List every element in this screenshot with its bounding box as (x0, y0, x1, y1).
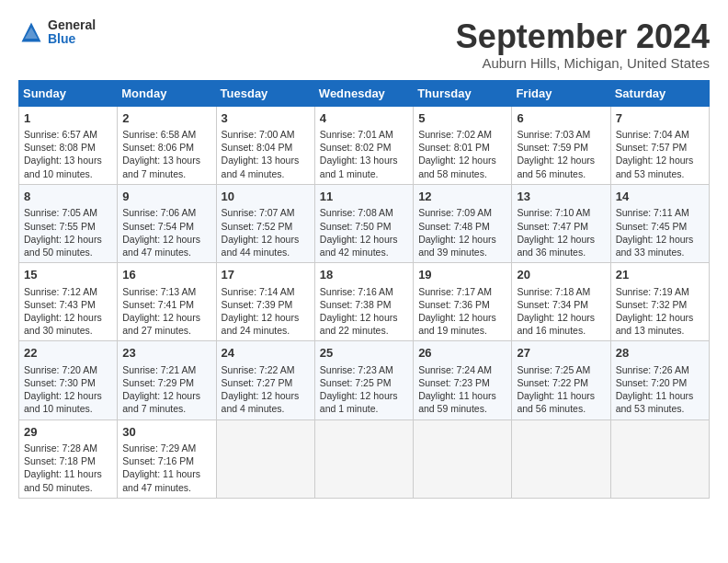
day-info-line: Daylight: 12 hours (320, 389, 408, 402)
calendar-cell: 5Sunrise: 7:02 AMSunset: 8:01 PMDaylight… (414, 106, 512, 184)
calendar-cell: 30Sunrise: 7:29 AMSunset: 7:16 PMDayligh… (118, 419, 216, 498)
day-info-line: and 44 minutes. (222, 246, 310, 259)
day-info-line: Daylight: 12 hours (24, 389, 112, 402)
day-info-line: Daylight: 13 hours (122, 154, 210, 167)
calendar-cell: 24Sunrise: 7:22 AMSunset: 7:27 PMDayligh… (216, 341, 314, 419)
day-info-line: Daylight: 12 hours (122, 233, 210, 246)
day-info-line: Sunrise: 7:21 AM (122, 363, 210, 376)
day-header-saturday: Saturday (610, 80, 709, 106)
day-info-line: Sunset: 7:27 PM (222, 376, 310, 389)
day-number: 6 (517, 110, 605, 127)
calendar-cell (414, 419, 512, 498)
day-number: 2 (122, 110, 210, 127)
calendar-table: SundayMondayTuesdayWednesdayThursdayFrid… (18, 80, 710, 499)
calendar-cell: 8Sunrise: 7:05 AMSunset: 7:55 PMDaylight… (19, 184, 118, 262)
day-info-line: Sunset: 7:36 PM (418, 298, 506, 311)
day-info-line: Sunrise: 7:22 AM (222, 363, 310, 376)
calendar-cell: 20Sunrise: 7:18 AMSunset: 7:34 PMDayligh… (512, 263, 610, 341)
day-number: 16 (122, 267, 210, 283)
day-info-line: Daylight: 12 hours (122, 389, 210, 402)
day-number: 30 (122, 424, 210, 441)
day-number: 4 (320, 110, 408, 127)
day-info-line: Sunrise: 7:00 AM (222, 128, 310, 141)
day-info-line: Sunset: 8:01 PM (418, 141, 506, 154)
calendar-header-row: SundayMondayTuesdayWednesdayThursdayFrid… (19, 80, 710, 106)
day-header-monday: Monday (118, 80, 216, 106)
calendar-cell: 18Sunrise: 7:16 AMSunset: 7:38 PMDayligh… (314, 263, 413, 341)
calendar-cell: 29Sunrise: 7:28 AMSunset: 7:18 PMDayligh… (19, 419, 118, 498)
calendar-cell: 17Sunrise: 7:14 AMSunset: 7:39 PMDayligh… (216, 263, 314, 341)
title-block: September 2024 Auburn Hills, Michigan, U… (456, 18, 710, 71)
day-info-line: Sunrise: 7:07 AM (222, 206, 310, 219)
day-info-line: Sunrise: 6:58 AM (122, 128, 210, 141)
day-number: 11 (320, 189, 408, 205)
day-info-line: Daylight: 12 hours (222, 389, 310, 402)
day-number: 7 (616, 110, 704, 127)
day-info-line: and 7 minutes. (122, 167, 210, 180)
calendar-cell: 14Sunrise: 7:11 AMSunset: 7:45 PMDayligh… (610, 184, 709, 262)
day-info-line: and 13 minutes. (616, 324, 704, 337)
day-info-line: Sunrise: 7:09 AM (418, 206, 506, 219)
day-info-line: Sunrise: 7:16 AM (320, 285, 408, 298)
day-info-line: Daylight: 12 hours (222, 311, 310, 324)
day-number: 1 (24, 110, 112, 127)
day-info-line: Daylight: 12 hours (122, 311, 210, 324)
day-number: 24 (222, 345, 310, 362)
calendar-cell (512, 419, 610, 498)
day-info-line: Sunset: 7:52 PM (222, 220, 310, 233)
day-info-line: Sunset: 7:48 PM (418, 220, 506, 233)
day-info-line: and 47 minutes. (122, 246, 210, 259)
calendar-cell: 15Sunrise: 7:12 AMSunset: 7:43 PMDayligh… (19, 263, 118, 341)
day-info-line: Daylight: 11 hours (616, 389, 704, 402)
calendar-cell: 23Sunrise: 7:21 AMSunset: 7:29 PMDayligh… (118, 341, 216, 419)
day-info-line: and 24 minutes. (222, 324, 310, 337)
page-header: General Blue September 2024 Auburn Hills… (18, 18, 710, 71)
day-info-line: Sunrise: 7:25 AM (517, 363, 605, 376)
day-info-line: Daylight: 12 hours (222, 233, 310, 246)
calendar-cell: 28Sunrise: 7:26 AMSunset: 7:20 PMDayligh… (610, 341, 709, 419)
day-info-line: Sunrise: 7:18 AM (517, 285, 605, 298)
calendar-week-1: 1Sunrise: 6:57 AMSunset: 8:08 PMDaylight… (19, 106, 710, 184)
day-number: 28 (616, 345, 704, 362)
day-info-line: and 58 minutes. (418, 167, 506, 180)
day-info-line: and 10 minutes. (24, 167, 112, 180)
day-info-line: Sunrise: 7:10 AM (517, 206, 605, 219)
day-number: 14 (616, 189, 704, 205)
calendar-week-2: 8Sunrise: 7:05 AMSunset: 7:55 PMDaylight… (19, 184, 710, 262)
day-number: 25 (320, 345, 408, 362)
day-info-line: and 39 minutes. (418, 246, 506, 259)
day-info-line: Daylight: 12 hours (616, 233, 704, 246)
calendar-cell: 6Sunrise: 7:03 AMSunset: 7:59 PMDaylight… (512, 106, 610, 184)
day-info-line: and 42 minutes. (320, 246, 408, 259)
day-number: 22 (24, 345, 112, 362)
day-info-line: and 56 minutes. (517, 167, 605, 180)
day-info-line: Daylight: 12 hours (24, 233, 112, 246)
day-info-line: Sunrise: 7:14 AM (222, 285, 310, 298)
day-number: 18 (320, 267, 408, 283)
day-number: 8 (24, 189, 112, 205)
calendar-cell: 9Sunrise: 7:06 AMSunset: 7:54 PMDaylight… (118, 184, 216, 262)
day-info-line: and 36 minutes. (517, 246, 605, 259)
day-info-line: and 50 minutes. (24, 246, 112, 259)
day-info-line: Sunrise: 7:08 AM (320, 206, 408, 219)
day-info-line: Sunrise: 7:04 AM (616, 128, 704, 141)
day-info-line: and 10 minutes. (24, 402, 112, 415)
calendar-cell: 13Sunrise: 7:10 AMSunset: 7:47 PMDayligh… (512, 184, 610, 262)
day-number: 20 (517, 267, 605, 283)
day-info-line: Daylight: 12 hours (320, 311, 408, 324)
day-info-line: Sunset: 7:38 PM (320, 298, 408, 311)
day-info-line: Sunset: 7:54 PM (122, 220, 210, 233)
day-info-line: Sunrise: 7:23 AM (320, 363, 408, 376)
day-number: 21 (616, 267, 704, 283)
day-number: 10 (222, 189, 310, 205)
day-info-line: Sunset: 7:50 PM (320, 220, 408, 233)
day-info-line: and 59 minutes. (418, 402, 506, 415)
day-info-line: Daylight: 12 hours (24, 311, 112, 324)
day-info-line: Sunset: 8:02 PM (320, 141, 408, 154)
day-header-wednesday: Wednesday (314, 80, 413, 106)
calendar-cell: 1Sunrise: 6:57 AMSunset: 8:08 PMDaylight… (19, 106, 118, 184)
day-info-line: and 47 minutes. (122, 481, 210, 494)
day-info-line: Sunrise: 7:12 AM (24, 285, 112, 298)
logo-text: General Blue (48, 18, 96, 47)
day-info-line: and 27 minutes. (122, 324, 210, 337)
